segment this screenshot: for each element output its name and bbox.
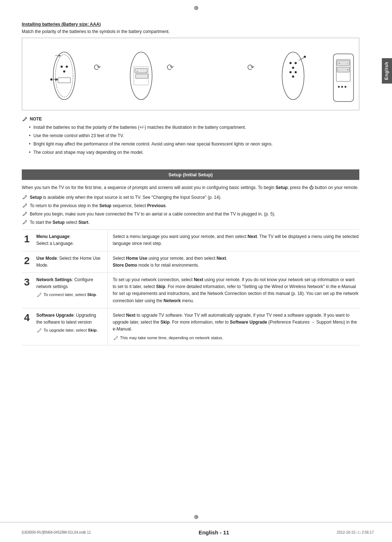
svg-point-31 bbox=[289, 71, 291, 73]
step-3-number: 3 bbox=[22, 272, 35, 308]
step-2-title: Use Mode: Select the Home Use Mode. bbox=[35, 251, 107, 272]
step-4-name: Software Upgrade bbox=[36, 313, 74, 318]
note-item-2: Use the remote control within 23 feet of… bbox=[29, 132, 359, 139]
step-4-extra-note-text: This may take some time, depending on ne… bbox=[120, 335, 223, 341]
step-3-pencil-icon bbox=[36, 292, 42, 297]
svg-text:+: + bbox=[347, 68, 349, 71]
step-4-pencil-icon bbox=[36, 327, 42, 333]
note-item-4: The colour and shape may vary depending … bbox=[29, 149, 359, 156]
svg-point-23 bbox=[338, 86, 340, 88]
battery-illustration: ⟳ + - ⟳ bbox=[22, 38, 359, 110]
step-3-note-text: To connect later, select Skip. bbox=[44, 292, 97, 298]
step-4-extra-pencil-icon bbox=[113, 335, 119, 341]
setup-intro: When you turn the TV on for the first ti… bbox=[22, 184, 359, 191]
step-4-extra-note: This may take some time, depending on ne… bbox=[113, 335, 360, 341]
setup-note-pencil-2 bbox=[22, 202, 28, 208]
svg-point-30 bbox=[292, 67, 294, 69]
setup-table: 1 Menu Language: Select a Language. Sele… bbox=[22, 229, 359, 345]
page-footer: [UE8000-RU]BN68-04528M-01L04.indb 11 Eng… bbox=[0, 522, 392, 542]
svg-point-24 bbox=[341, 86, 343, 88]
note-list: Install the batteries so that the polari… bbox=[22, 124, 359, 156]
step-3-desc: To set up your network connection, selec… bbox=[107, 272, 359, 308]
table-row: 3 Network Settings: Configure network se… bbox=[22, 272, 359, 308]
step-4-number: 4 bbox=[22, 308, 35, 345]
page-container: ⊕ English Installing batteries (Battery … bbox=[0, 0, 392, 542]
note-pencil-icon bbox=[22, 116, 28, 122]
svg-point-3 bbox=[66, 66, 68, 68]
setup-note-3-text: Before you begin, make sure you have con… bbox=[30, 211, 275, 217]
setup-note-1: Setup is available only when the input s… bbox=[22, 194, 359, 201]
battery-subtitle: Match the polarity of the batteries to t… bbox=[22, 29, 359, 34]
step-1-title: Menu Language: Select a Language. bbox=[35, 230, 107, 251]
step-3-name: Network Settings bbox=[36, 277, 72, 282]
svg-point-29 bbox=[295, 62, 297, 64]
svg-point-32 bbox=[295, 71, 297, 73]
svg-point-34 bbox=[304, 56, 306, 58]
step-4-desc: Select Next to upgrade TV software. Your… bbox=[107, 308, 359, 345]
setup-note-pencil-1 bbox=[22, 194, 28, 200]
svg-point-6 bbox=[50, 78, 53, 81]
table-row: 1 Menu Language: Select a Language. Sele… bbox=[22, 230, 359, 251]
svg-text:-: - bbox=[347, 62, 348, 65]
svg-rect-11 bbox=[136, 74, 148, 78]
note-label: NOTE bbox=[30, 116, 42, 122]
setup-note-4-text: To start the Setup select Start. bbox=[30, 219, 90, 226]
main-content: Installing batteries (Battery size: AAA)… bbox=[22, 0, 374, 345]
setup-header: Setup (Initial Setup) bbox=[22, 169, 359, 180]
setup-note-2: To return to the previous step in the Se… bbox=[22, 202, 359, 209]
svg-text:⟳: ⟳ bbox=[247, 62, 254, 72]
svg-point-33 bbox=[292, 75, 294, 78]
reg-mark-top: ⊕ bbox=[194, 4, 199, 11]
step-4-title: Software Upgrade: Upgrading the software… bbox=[35, 308, 107, 345]
svg-text:+: + bbox=[339, 62, 340, 65]
svg-point-2 bbox=[61, 66, 63, 68]
svg-text:-: - bbox=[339, 68, 340, 71]
table-row: 4 Software Upgrade: Upgrading the softwa… bbox=[22, 308, 359, 345]
footer-right: 2012-10-15 □□ 2:56:17 bbox=[337, 530, 374, 534]
step-2-desc: Select Home Use using your remote, and t… bbox=[107, 251, 359, 272]
note-item-1: Install the batteries so that the polari… bbox=[29, 124, 359, 131]
reg-mark-bottom: ⊕ bbox=[194, 513, 199, 520]
setup-section: Setup (Initial Setup) When you turn the … bbox=[22, 169, 359, 345]
svg-rect-5 bbox=[58, 78, 70, 83]
footer-center: English - 11 bbox=[199, 529, 229, 535]
note-section: NOTE Install the batteries so that the p… bbox=[22, 116, 359, 156]
svg-text:+: + bbox=[136, 70, 138, 73]
setup-note-3: Before you begin, make sure you have con… bbox=[22, 211, 359, 217]
setup-note-pencil-4 bbox=[22, 219, 28, 225]
note-item-3: Bright light may affect the performance … bbox=[29, 141, 359, 147]
svg-point-4 bbox=[63, 70, 65, 73]
svg-text:-: - bbox=[145, 70, 146, 73]
battery-steps-svg: ⟳ + - ⟳ bbox=[26, 40, 355, 108]
setup-note-pencil-3 bbox=[22, 211, 28, 217]
svg-point-28 bbox=[289, 62, 291, 64]
step-4-note: To upgrade later, select Skip. bbox=[36, 327, 103, 333]
svg-point-0 bbox=[53, 52, 75, 99]
step-2-number: 2 bbox=[22, 251, 35, 272]
step-2-name: Use Mode bbox=[36, 256, 57, 261]
battery-title: Installing batteries (Battery size: AAA) bbox=[22, 22, 359, 27]
footer-left: [UE8000-RU]BN68-04528M-01L04.indb 11 bbox=[22, 530, 91, 534]
svg-text:⟳: ⟳ bbox=[94, 62, 101, 72]
setup-note-1-text: Setup is available only when the input s… bbox=[30, 194, 221, 201]
svg-point-1 bbox=[56, 55, 73, 97]
side-tab: English bbox=[382, 58, 392, 83]
svg-text:⟳: ⟳ bbox=[167, 62, 174, 72]
table-row: 2 Use Mode: Select the Home Use Mode. Se… bbox=[22, 251, 359, 272]
step-3-note: To connect later, select Skip. bbox=[36, 292, 103, 298]
step-3-title: Network Settings: Configure network sett… bbox=[35, 272, 107, 308]
step-1-desc: Select a menu language you want using yo… bbox=[107, 230, 359, 251]
battery-section: Installing batteries (Battery size: AAA)… bbox=[22, 22, 359, 110]
setup-note-4: To start the Setup select Start. bbox=[22, 219, 359, 226]
svg-point-25 bbox=[344, 86, 346, 88]
step-1-number: 1 bbox=[22, 230, 35, 251]
setup-note-2-text: To return to the previous step in the Se… bbox=[30, 202, 167, 209]
note-header: NOTE bbox=[22, 116, 359, 122]
step-4-note-text: To upgrade later, select Skip. bbox=[44, 327, 98, 333]
step-1-name: Menu Language bbox=[36, 234, 69, 239]
